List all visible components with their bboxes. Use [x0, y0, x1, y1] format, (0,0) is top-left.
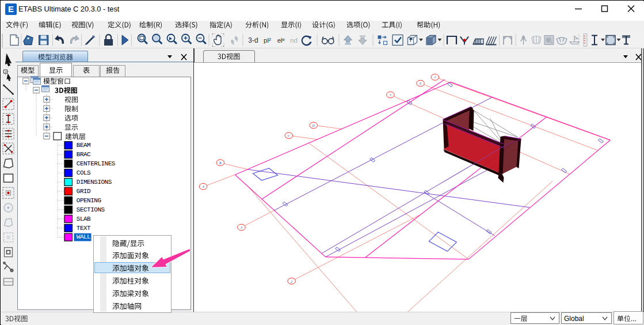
svg-text:nd: nd [290, 37, 298, 44]
svg-text:4: 4 [202, 185, 204, 188]
svg-text:5: 5 [389, 93, 391, 97]
svg-text:3: 3 [240, 226, 242, 229]
svg-text:6: 6 [420, 82, 421, 85]
svg-text:B: B [219, 161, 222, 165]
svg-text:D: D [311, 124, 315, 127]
svg-text:2: 2 [291, 280, 292, 284]
svg-text:pl²: pl² [264, 37, 271, 44]
svg-text:3-d: 3-d [248, 36, 258, 44]
svg-text:C: C [287, 134, 289, 138]
svg-text:elᵉ: elᵉ [277, 37, 285, 44]
